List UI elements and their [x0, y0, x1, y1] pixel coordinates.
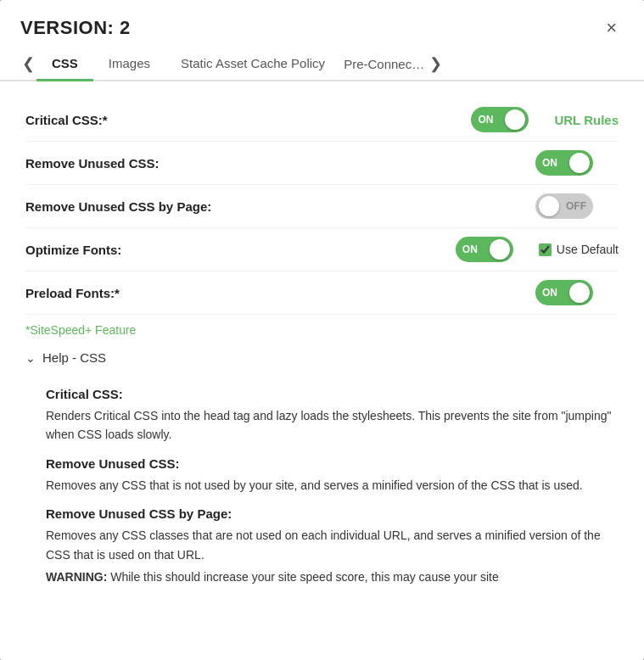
critical-css-toggle-knob [505, 109, 525, 130]
optimize-fonts-toggle-label: ON [462, 243, 478, 255]
critical-css-toggle[interactable]: ON [471, 107, 529, 132]
help-section: ⌄ Help - CSS Critical CSS: Renders Criti… [25, 345, 619, 586]
remove-unused-css-toggle-knob [569, 153, 590, 173]
use-default-container: Use Default [539, 243, 619, 256]
critical-css-label: Critical CSS:* [25, 113, 471, 127]
help-critical-css-title: Critical CSS: [46, 387, 619, 401]
preload-fonts-toggle-label: ON [542, 287, 557, 299]
help-remove-unused-css-by-page-title: Remove Unused CSS by Page: [46, 506, 619, 521]
help-remove-unused-css-text: Removes any CSS that is not used by your… [46, 476, 619, 495]
help-toggle-label: Help - CSS [42, 350, 106, 365]
setting-row-preload-fonts: Preload Fonts:* ON [25, 271, 619, 315]
help-content: Critical CSS: Renders Critical CSS into … [25, 370, 619, 586]
help-critical-css-text: Renders Critical CSS into the head tag a… [46, 406, 619, 445]
remove-unused-css-by-page-label: Remove Unused CSS by Page: [25, 199, 535, 214]
remove-unused-css-by-page-toggle-knob [539, 196, 559, 216]
remove-unused-css-by-page-toggle[interactable]: OFF [535, 193, 593, 219]
help-warning-text: WARNING: While this should increase your… [46, 568, 619, 586]
modal-container: VERSION: 2 × ❮ CSS Images Static Asset C… [0, 0, 644, 660]
optimize-fonts-toggle-container: ON [456, 237, 513, 262]
tab-pre-connect[interactable]: Pre-Connec… [340, 48, 428, 80]
help-toggle-row[interactable]: ⌄ Help - CSS [25, 345, 619, 370]
sitespeed-feature-text[interactable]: *SiteSpeed+ Feature [25, 323, 619, 337]
modal-header: VERSION: 2 × [0, 0, 644, 41]
tab-next-button[interactable]: ❯ [428, 49, 444, 78]
remove-unused-css-toggle-label: ON [542, 157, 557, 169]
remove-unused-css-label: Remove Unused CSS: [25, 156, 535, 171]
modal-title: VERSION: 2 [20, 17, 131, 39]
chevron-down-icon: ⌄ [25, 351, 36, 365]
remove-unused-css-by-page-toggle-container: OFF [535, 193, 593, 219]
remove-unused-css-by-page-toggle-label: OFF [566, 200, 586, 212]
use-default-checkbox[interactable] [539, 243, 552, 256]
help-remove-unused-css-by-page-text: Removes any CSS classes that are not use… [46, 526, 619, 564]
setting-row-remove-unused-css: Remove Unused CSS: ON [25, 142, 619, 185]
remove-unused-css-toggle[interactable]: ON [535, 150, 593, 176]
setting-row-optimize-fonts: Optimize Fonts: ON Use Default [25, 228, 619, 271]
critical-css-toggle-container: ON [471, 107, 529, 132]
tab-images[interactable]: Images [93, 48, 165, 81]
help-warning-content: While this should increase your site spe… [110, 570, 499, 584]
preload-fonts-label: Preload Fonts:* [25, 286, 535, 300]
url-rules-link[interactable]: URL Rules [554, 113, 619, 127]
optimize-fonts-label: Optimize Fonts: [25, 243, 456, 257]
preload-fonts-toggle[interactable]: ON [535, 280, 593, 305]
tabs-bar: ❮ CSS Images Static Asset Cache Policy P… [0, 48, 644, 81]
help-warning-label: WARNING: [46, 570, 107, 584]
preload-fonts-toggle-container: ON [535, 280, 593, 305]
critical-css-toggle-label: ON [478, 114, 493, 126]
preload-fonts-toggle-knob [569, 282, 590, 303]
optimize-fonts-toggle[interactable]: ON [456, 237, 513, 262]
tab-css[interactable]: CSS [36, 48, 93, 81]
settings-content: Critical CSS:* ON URL Rules Remove Unuse… [0, 81, 644, 603]
optimize-fonts-toggle-knob [490, 239, 510, 260]
close-button[interactable]: × [599, 15, 624, 41]
tab-prev-button[interactable]: ❮ [20, 49, 36, 78]
help-remove-unused-css-title: Remove Unused CSS: [46, 456, 619, 471]
setting-row-critical-css: Critical CSS:* ON URL Rules [25, 98, 619, 142]
remove-unused-css-toggle-container: ON [535, 150, 593, 176]
setting-row-remove-unused-css-by-page: Remove Unused CSS by Page: OFF [25, 185, 619, 228]
use-default-label: Use Default [557, 243, 619, 256]
tab-static-asset-cache-policy[interactable]: Static Asset Cache Policy [165, 48, 340, 81]
